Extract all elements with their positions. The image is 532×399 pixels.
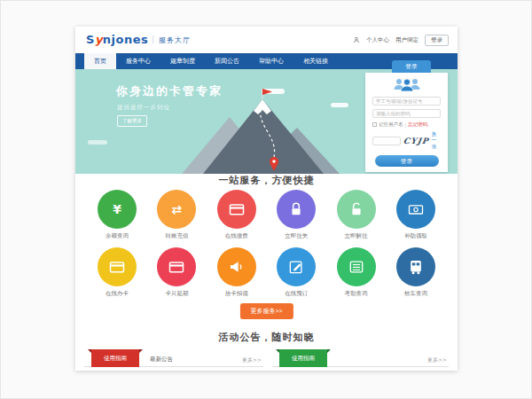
announcements-heading: 活动公告，随时知晓 bbox=[75, 331, 458, 344]
more-services-button[interactable]: 更多服务>> bbox=[239, 303, 293, 319]
service-item-6[interactable]: 在线办卡 bbox=[97, 247, 137, 298]
remember-label: 记住用户名 bbox=[379, 121, 403, 128]
captcha-row: CYJP 换一张 bbox=[372, 131, 441, 150]
list-icon bbox=[337, 247, 376, 286]
nav-item-1[interactable]: 服务中心 bbox=[116, 53, 160, 69]
logo-accent: y bbox=[95, 33, 103, 46]
service-item-10[interactable]: 考勤查询 bbox=[336, 247, 377, 298]
brand-logo[interactable]: Synjones bbox=[86, 33, 148, 46]
personal-center-link[interactable]: 个人中心 bbox=[366, 36, 389, 44]
service-label: 补助领取 bbox=[395, 232, 436, 240]
nav-item-4[interactable]: 帮助中心 bbox=[249, 53, 293, 69]
announcements-right-column: 使用指南 更多>> bbox=[272, 349, 449, 367]
service-label: 转账充值 bbox=[156, 232, 197, 240]
service-label: 在线预订 bbox=[276, 290, 317, 298]
service-label: 校车查询 bbox=[395, 290, 436, 298]
nav-item-0[interactable]: 首页 bbox=[84, 53, 116, 69]
service-label: 卡片延期 bbox=[156, 290, 197, 298]
users-icon bbox=[372, 77, 441, 93]
left-more-link[interactable]: 更多>> bbox=[242, 352, 262, 367]
service-label: 考勤查询 bbox=[336, 290, 377, 298]
nav-item-3[interactable]: 新闻公告 bbox=[205, 53, 249, 69]
service-label: 在线办卡 bbox=[97, 290, 137, 298]
user-binding-link[interactable]: 用户绑定 bbox=[395, 36, 419, 44]
service-item-3[interactable]: 立即挂失 bbox=[276, 190, 317, 240]
screenshot-canvas: Synjones | 服务大厅 个人中心 用户绑定 登录 首页服务中心规章制度新… bbox=[0, 0, 532, 399]
login-tab[interactable]: 登录 bbox=[392, 60, 431, 73]
text-divider: | bbox=[405, 122, 407, 128]
service-label: 立即挂失 bbox=[276, 232, 317, 240]
service-item-5[interactable]: 补助领取 bbox=[395, 190, 436, 240]
card-icon bbox=[157, 247, 196, 286]
website-page: Synjones | 服务大厅 个人中心 用户绑定 登录 首页服务中心规章制度新… bbox=[75, 27, 458, 371]
username-input[interactable] bbox=[372, 97, 441, 106]
yen-icon: ¥ bbox=[98, 190, 137, 229]
service-item-0[interactable]: ¥余额查询 bbox=[97, 190, 137, 240]
services-row-1: ¥余额查询⇄转账充值在线缴费立即挂失立即解挂补助领取 bbox=[75, 190, 458, 240]
forgot-password-link[interactable]: 忘记密码 bbox=[408, 121, 427, 128]
captcha-image[interactable]: CYJP bbox=[403, 137, 429, 145]
services-row-2: 在线办卡卡片延期拾卡招领在线预订考勤查询校车查询 bbox=[75, 247, 458, 298]
banknote-icon bbox=[396, 190, 435, 229]
card-icon bbox=[217, 190, 256, 229]
login-panel: 记住用户名 | 忘记密码 CYJP 换一张 登录 bbox=[365, 73, 448, 172]
right-ribbon-tab[interactable]: 使用指南 bbox=[279, 349, 327, 367]
cloud-shape bbox=[88, 140, 107, 145]
bus-icon bbox=[396, 247, 435, 286]
remember-row: 记住用户名 | 忘记密码 bbox=[372, 121, 441, 128]
megaphone-icon bbox=[217, 247, 256, 286]
edit-icon bbox=[277, 247, 316, 286]
header-links: 个人中心 用户绑定 登录 bbox=[353, 35, 449, 46]
services-heading: 一站服务，方便快捷 bbox=[75, 174, 458, 187]
password-input[interactable] bbox=[372, 109, 441, 118]
logo-text-rest: njones bbox=[103, 33, 148, 46]
left-ribbon-tab[interactable]: 使用指南 bbox=[91, 349, 139, 367]
logo-text: S bbox=[86, 33, 95, 46]
service-item-9[interactable]: 在线预订 bbox=[276, 247, 317, 298]
transfer-icon: ⇄ bbox=[157, 190, 196, 229]
service-item-4[interactable]: 立即解挂 bbox=[336, 190, 377, 240]
service-item-2[interactable]: 在线缴费 bbox=[216, 190, 257, 240]
login-submit-button[interactable]: 登录 bbox=[375, 155, 439, 167]
person-icon bbox=[353, 36, 360, 45]
site-header: Synjones | 服务大厅 个人中心 用户绑定 登录 bbox=[75, 27, 458, 53]
captcha-refresh-link[interactable]: 换一张 bbox=[432, 131, 441, 150]
service-item-11[interactable]: 校车查询 bbox=[395, 247, 436, 298]
right-tabbar: 使用指南 更多>> bbox=[272, 352, 449, 367]
lock-icon bbox=[277, 190, 316, 229]
left-second-tab[interactable]: 最新公告 bbox=[150, 352, 173, 367]
hero-title: 你身边的卡管专家 bbox=[116, 83, 223, 99]
service-label: 拾卡招领 bbox=[216, 290, 257, 298]
service-label: 立即解挂 bbox=[336, 232, 377, 240]
captcha-input[interactable] bbox=[372, 137, 401, 145]
nav-item-2[interactable]: 规章制度 bbox=[160, 53, 205, 69]
unlock-icon bbox=[337, 190, 376, 229]
card-icon bbox=[98, 247, 137, 286]
hero-cta-button[interactable]: 了解更多 bbox=[117, 115, 147, 127]
left-tabbar: 使用指南 最新公告 更多>> bbox=[84, 352, 263, 367]
service-item-8[interactable]: 拾卡招领 bbox=[216, 247, 257, 298]
service-item-1[interactable]: ⇄转账充值 bbox=[156, 190, 197, 240]
service-label: 在线缴费 bbox=[216, 232, 257, 240]
service-label: 余额查询 bbox=[97, 232, 137, 240]
hero-subtitle: 提供捷径一步到位 bbox=[117, 104, 170, 112]
service-item-7[interactable]: 卡片延期 bbox=[156, 247, 197, 298]
right-more-link[interactable]: 更多>> bbox=[427, 352, 447, 367]
remember-checkbox[interactable] bbox=[372, 122, 377, 127]
header-login-button[interactable]: 登录 bbox=[425, 35, 449, 46]
nav-item-5[interactable]: 相关链接 bbox=[293, 53, 338, 69]
site-title: 服务大厅 bbox=[159, 35, 191, 45]
announcements-left-column: 使用指南 最新公告 更多>> bbox=[84, 349, 263, 367]
logo-divider: | bbox=[152, 35, 154, 43]
